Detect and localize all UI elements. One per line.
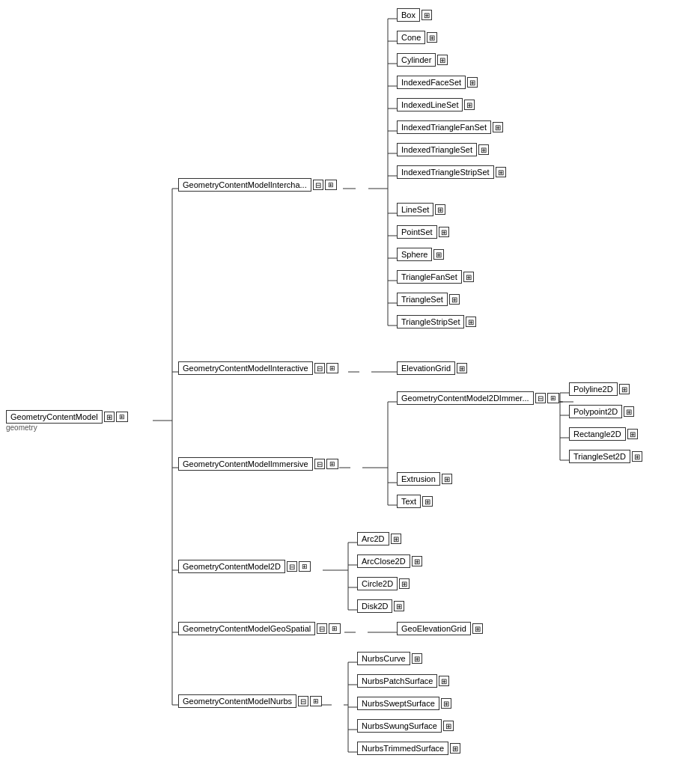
pointset-expand-icon[interactable]: ⊞ bbox=[439, 227, 449, 237]
diagram: GeometryContentModel ⊞ ⊞ geometry Geomet… bbox=[0, 0, 700, 767]
triangleset2d-node-box[interactable]: TriangleSet2D bbox=[569, 450, 630, 463]
immersive2d-expand-icon[interactable]: ⊟ bbox=[535, 393, 546, 403]
indexedtriangleset-expand-icon[interactable]: ⊞ bbox=[478, 144, 489, 155]
sphere-node: Sphere ⊞ bbox=[397, 248, 444, 261]
geoelevationgrid-node-box[interactable]: GeoElevationGrid bbox=[397, 622, 471, 635]
elevationgrid-node-box[interactable]: ElevationGrid bbox=[397, 361, 455, 375]
nurbstrimmedsurface-node-box[interactable]: NurbsTrimmedSurface bbox=[357, 742, 448, 755]
trianglefanset-node-box[interactable]: TriangleFanSet bbox=[397, 270, 462, 284]
nurbs-node: GeometryContentModelNurbs ⊟ ⊞ bbox=[178, 694, 322, 708]
arc2d-expand-icon[interactable]: ⊞ bbox=[391, 534, 401, 544]
geospatial-node-box[interactable]: GeometryContentModelGeoSpatial bbox=[178, 622, 315, 635]
polypoint2d-expand-icon[interactable]: ⊞ bbox=[624, 406, 634, 417]
immersive2d-node-box[interactable]: GeometryContentModel2DImmer... bbox=[397, 391, 534, 405]
root-expand-icon[interactable]: ⊞ bbox=[104, 412, 115, 422]
box-expand-icon[interactable]: ⊞ bbox=[421, 10, 432, 20]
trianglestripset-node: TriangleStripSet ⊞ bbox=[397, 315, 476, 329]
box-node-box[interactable]: Box bbox=[397, 8, 420, 22]
immersive2d-node: GeometryContentModel2DImmer... ⊟ ⊞ bbox=[397, 391, 559, 405]
triangleset-expand-icon[interactable]: ⊞ bbox=[449, 294, 460, 305]
disk2d-node-box[interactable]: Disk2D bbox=[357, 599, 392, 613]
interactive-expand-icon[interactable]: ⊟ bbox=[314, 363, 325, 373]
triangleset2d-node: TriangleSet2D ⊞ bbox=[569, 450, 642, 463]
text-expand-icon[interactable]: ⊞ bbox=[422, 496, 433, 507]
polypoint2d-node: Polypoint2D ⊞ bbox=[569, 405, 634, 418]
rectangle2d-expand-icon[interactable]: ⊞ bbox=[627, 429, 638, 439]
polyline2d-expand-icon[interactable]: ⊞ bbox=[619, 384, 630, 394]
box-node: Box ⊞ bbox=[397, 8, 432, 22]
triangleset-node-box[interactable]: TriangleSet bbox=[397, 293, 448, 306]
nurbs-node-box[interactable]: GeometryContentModelNurbs bbox=[178, 694, 296, 708]
polyline2d-node-box[interactable]: Polyline2D bbox=[569, 382, 618, 396]
trianglestripset-expand-icon[interactable]: ⊞ bbox=[466, 317, 476, 327]
nurbscurve-node-box[interactable]: NurbsCurve bbox=[357, 652, 410, 665]
immersive-node: GeometryContentModelImmersive ⊟ ⊞ bbox=[178, 457, 338, 471]
nurbsswungsurface-expand-icon[interactable]: ⊞ bbox=[443, 721, 454, 731]
sphere-node-box[interactable]: Sphere bbox=[397, 248, 432, 261]
disk2d-expand-icon[interactable]: ⊞ bbox=[394, 601, 404, 611]
indexedtrianglefanset-node: IndexedTriangleFanSet ⊞ bbox=[397, 120, 503, 134]
geoelevationgrid-node: GeoElevationGrid ⊞ bbox=[397, 622, 483, 635]
cone-node-box[interactable]: Cone bbox=[397, 31, 425, 44]
indexedtrianglefanset-node-box[interactable]: IndexedTriangleFanSet bbox=[397, 120, 491, 134]
nurbstrimmedsurface-expand-icon[interactable]: ⊞ bbox=[450, 743, 460, 754]
intercha-node: GeometryContentModelIntercha... ⊟ ⊞ bbox=[178, 178, 337, 192]
indexedlineset-node-box[interactable]: IndexedLineSet bbox=[397, 98, 463, 111]
circle2d-node-box[interactable]: Circle2D bbox=[357, 577, 398, 590]
interactive-connector-icon: ⊞ bbox=[326, 363, 338, 373]
elevationgrid-expand-icon[interactable]: ⊞ bbox=[457, 363, 467, 373]
lineset-expand-icon[interactable]: ⊞ bbox=[435, 204, 445, 215]
indexedtrianglefanset-expand-icon[interactable]: ⊞ bbox=[493, 122, 503, 132]
indexedtrianglestripset-expand-icon[interactable]: ⊞ bbox=[496, 167, 506, 177]
arc2d-node-box[interactable]: Arc2D bbox=[357, 532, 389, 546]
polyline2d-node: Polyline2D ⊞ bbox=[569, 382, 630, 396]
circle2d-expand-icon[interactable]: ⊞ bbox=[399, 578, 410, 589]
extrusion-node-box[interactable]: Extrusion bbox=[397, 472, 440, 486]
arcclose2d-node-box[interactable]: ArcClose2D bbox=[357, 554, 410, 568]
nurbsweptsurface-node-box[interactable]: NurbsSweptSurface bbox=[357, 697, 439, 710]
indexedlineset-expand-icon[interactable]: ⊞ bbox=[464, 100, 475, 110]
interactive-node-box[interactable]: GeometryContentModelInteractive bbox=[178, 361, 313, 375]
nurbscurve-node: NurbsCurve ⊞ bbox=[357, 652, 422, 665]
cylinder-node-box[interactable]: Cylinder bbox=[397, 53, 436, 67]
2d-node-box[interactable]: GeometryContentModel2D bbox=[178, 560, 285, 573]
lineset-node-box[interactable]: LineSet bbox=[397, 203, 433, 216]
polypoint2d-node-box[interactable]: Polypoint2D bbox=[569, 405, 622, 418]
geospatial-expand-icon[interactable]: ⊟ bbox=[317, 623, 327, 634]
indexedlineset-node: IndexedLineSet ⊞ bbox=[397, 98, 475, 111]
nurbstrimmedsurface-node: NurbsTrimmedSurface ⊞ bbox=[357, 742, 460, 755]
immersive-expand-icon[interactable]: ⊟ bbox=[314, 459, 325, 469]
immersive-node-box[interactable]: GeometryContentModelImmersive bbox=[178, 457, 313, 471]
2d-node: GeometryContentModel2D ⊟ ⊞ bbox=[178, 560, 311, 573]
nurbspatchsurface-node-box[interactable]: NurbsPatchSurface bbox=[357, 674, 437, 688]
arcclose2d-expand-icon[interactable]: ⊞ bbox=[412, 556, 422, 566]
indexedfaceset-node-box[interactable]: IndexedFaceSet bbox=[397, 76, 466, 89]
rectangle2d-node-box[interactable]: Rectangle2D bbox=[569, 427, 626, 441]
lineset-node: LineSet ⊞ bbox=[397, 203, 445, 216]
nurbspatchsurface-node: NurbsPatchSurface ⊞ bbox=[357, 674, 449, 688]
intercha-expand-icon[interactable]: ⊟ bbox=[313, 180, 323, 190]
geoelevationgrid-expand-icon[interactable]: ⊞ bbox=[472, 623, 483, 634]
triangleset2d-expand-icon[interactable]: ⊞ bbox=[632, 451, 642, 462]
indexedtrianglestripset-node-box[interactable]: IndexedTriangleStripSet bbox=[397, 165, 494, 179]
indexedtriangleset-node-box[interactable]: IndexedTriangleSet bbox=[397, 143, 477, 156]
nurbsweptsurface-expand-icon[interactable]: ⊞ bbox=[441, 698, 451, 709]
nurbs-expand-icon[interactable]: ⊟ bbox=[298, 696, 308, 706]
indexedfaceset-expand-icon[interactable]: ⊞ bbox=[467, 77, 478, 88]
geospatial-node: GeometryContentModelGeoSpatial ⊟ ⊞ bbox=[178, 622, 341, 635]
root-node-box[interactable]: GeometryContentModel bbox=[6, 410, 103, 424]
extrusion-expand-icon[interactable]: ⊞ bbox=[442, 474, 452, 484]
sphere-expand-icon[interactable]: ⊞ bbox=[433, 249, 444, 260]
cone-expand-icon[interactable]: ⊞ bbox=[427, 32, 437, 43]
circle2d-node: Circle2D ⊞ bbox=[357, 577, 410, 590]
nurbsswungsurface-node-box[interactable]: NurbsSwungSurface bbox=[357, 719, 442, 733]
nurbscurve-expand-icon[interactable]: ⊞ bbox=[412, 653, 422, 664]
nurbspatchsurface-expand-icon[interactable]: ⊞ bbox=[439, 676, 449, 686]
intercha-node-box[interactable]: GeometryContentModelIntercha... bbox=[178, 178, 311, 192]
text-node-box[interactable]: Text bbox=[397, 495, 421, 508]
2d-expand-icon[interactable]: ⊟ bbox=[287, 561, 297, 572]
trianglefanset-expand-icon[interactable]: ⊞ bbox=[463, 272, 474, 282]
cylinder-expand-icon[interactable]: ⊞ bbox=[437, 55, 448, 65]
pointset-node-box[interactable]: PointSet bbox=[397, 225, 437, 239]
trianglestripset-node-box[interactable]: TriangleStripSet bbox=[397, 315, 464, 329]
